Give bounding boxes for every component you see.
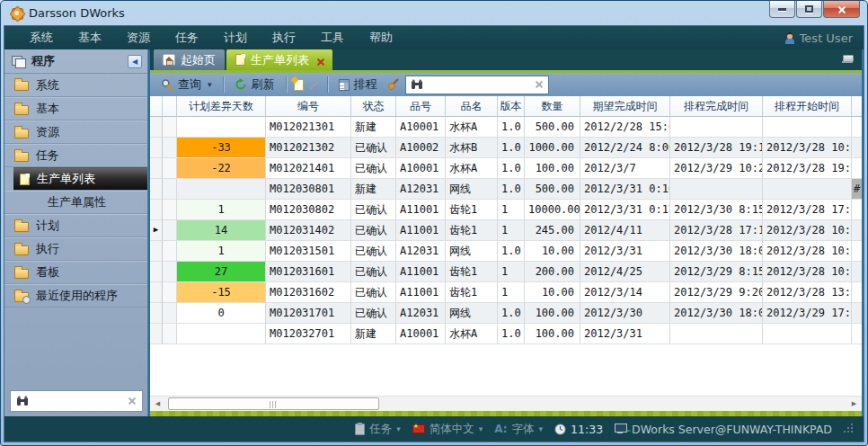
menu-item-2[interactable]: 资源 [114,30,163,46]
menu-item-4[interactable]: 计划 [211,30,260,46]
tab-close-button[interactable] [316,51,323,68]
column-header-4[interactable]: 品名 [446,96,498,117]
table-row[interactable]: -22M012021401已确认A10001水杯A1.0100.002012/3… [150,158,862,179]
sidebar-title: 程序 [31,53,55,69]
row-selector-cell[interactable] [150,158,163,179]
sidebar-search-clear-icon[interactable] [128,397,137,406]
sidebar-item-8[interactable]: 看板 [4,261,147,284]
cell-diff: 1 [177,200,266,220]
query-button[interactable]: 查询 ▾ [157,75,216,94]
row-selector-cell[interactable] [150,282,163,303]
pin-icon[interactable] [842,55,853,63]
row-selector-cell[interactable] [150,179,163,200]
user-indicator[interactable]: Test User [784,31,856,45]
cell-order-no: M012032701 [266,324,351,344]
sidebar-item-label: 基本 [36,101,59,117]
column-header-2[interactable]: 状态 [351,96,396,117]
sidebar-header: 程序 ◀ [4,49,147,74]
table-row[interactable]: ▶14M012031402已确认A11001齿轮11245.002012/4/1… [150,220,862,241]
status-language-dropdown[interactable]: 简体中文 ▾ [412,422,483,437]
sidebar-item-0[interactable]: 系统 [4,74,147,97]
maximize-icon [805,5,813,13]
cell-item-name: 水杯B [446,138,498,158]
table-row[interactable]: 27M012031601已确认A11001齿轮11200.002012/4/25… [150,262,862,282]
table-row[interactable]: 1M012030802已确认A11001齿轮1110000.002012/3/3… [150,200,862,220]
sidebar-item-2[interactable]: 资源 [4,120,147,144]
table-row[interactable]: M012030801新建A12031网线1.0500.002012/3/31 0… [150,179,862,200]
row-selector-cell[interactable] [150,262,163,282]
sidebar-search-input[interactable] [32,394,124,408]
menu-item-1[interactable]: 基本 [66,30,114,46]
toolbar-search-input[interactable] [427,77,531,92]
current-row-marker[interactable]: ▶ [150,220,163,241]
minimize-icon [778,8,786,11]
sidebar-item-9[interactable]: 最近使用的程序 [4,284,147,308]
tab-0[interactable]: 起始页 [154,49,225,70]
table-row[interactable]: 1M012031501已确认A12031网线1.010.002012/3/312… [150,241,862,262]
row-selector-cell[interactable] [150,241,163,262]
query-dropdown-caret-icon[interactable]: ▾ [208,80,212,89]
row-selector-cell[interactable] [150,200,163,220]
column-header-6[interactable]: 数量 [525,96,580,117]
scroll-right-arrow-icon[interactable]: ▶ [846,397,862,411]
sidebar-item-5[interactable]: 生产单属性 [4,191,147,214]
refresh-button[interactable]: 刷新 [231,75,279,94]
sidebar-collapse-button[interactable]: ◀ [128,55,142,68]
row-selector-cell[interactable] [150,303,163,324]
table-row[interactable]: M012032701新建A10001水杯A1.0100.002012/3/31 [150,324,862,344]
cell-extra [852,282,862,303]
schedule-button[interactable]: 排程 [335,75,381,94]
menu-bar: 系统基本资源任务计划执行工具帮助 Test User [4,26,864,49]
column-header-10[interactable]: 前 [852,96,862,117]
edit-pencil-button[interactable] [309,80,319,90]
new-document-button[interactable] [294,79,304,91]
row-selector-cell[interactable] [150,324,163,344]
menu-item-5[interactable]: 执行 [260,30,308,46]
menu-item-0[interactable]: 系统 [17,30,66,46]
row-selector-cell[interactable] [150,138,163,158]
cell-order-no: M012031602 [266,282,351,303]
cell-status: 已确认 [351,138,396,158]
column-header-5[interactable]: 版本 [498,96,525,117]
broom-button[interactable] [386,78,400,91]
column-header-7[interactable]: 期望完成时间 [580,96,670,117]
schedule-label: 排程 [354,76,377,93]
title-bar[interactable]: Darsson DWorks [4,1,864,25]
maximize-button[interactable] [796,1,822,18]
row-indicator-cell [163,158,177,179]
column-header-8[interactable]: 排程完成时间 [670,96,763,117]
scrollbar-thumb[interactable] [168,397,379,410]
scroll-left-arrow-icon[interactable]: ◀ [150,397,165,411]
column-header-9[interactable]: 排程开始时间 [763,96,852,117]
folder-icon [14,81,29,91]
minimize-button[interactable] [769,1,795,18]
cell-status: 已确认 [351,158,396,179]
sidebar-item-1[interactable]: 基本 [4,97,147,120]
toolbar-separator [327,76,328,93]
column-header-3[interactable]: 品号 [396,96,446,117]
sidebar-item-6[interactable]: 计划 [4,214,147,237]
sidebar-item-7[interactable]: 执行 [4,237,147,261]
row-selector-cell[interactable] [150,117,163,138]
horizontal-scrollbar[interactable]: ◀ ▶ [150,396,862,411]
menu-item-6[interactable]: 工具 [308,30,357,46]
cell-due: 2012/3/31 0:17 [580,200,670,220]
table-row[interactable]: -33M012021302已确认A10002水杯B1.01000.002012/… [150,138,862,158]
table-row[interactable]: 0M012031701已确认A12031网线1.0100.002012/3/30… [150,303,862,324]
menu-item-7[interactable]: 帮助 [357,30,405,46]
toolbar-search-clear-icon[interactable] [535,80,544,89]
table-row[interactable]: -15M012031602已确认A11001齿轮1110.002012/3/14… [150,282,862,303]
sidebar-search [4,387,147,416]
status-task-dropdown[interactable]: 任务 ▾ [355,422,401,437]
sidebar-item-3[interactable]: 任务 [4,144,147,167]
table-row[interactable]: M012021301新建A10001水杯A1.0500.002012/2/28 … [150,117,862,138]
status-font-dropdown[interactable]: A: 字体 ▾ [494,422,543,437]
close-button[interactable] [823,1,860,18]
tab-1[interactable]: 生产单列表 [226,49,332,70]
menu-item-3[interactable]: 任务 [163,30,211,46]
column-header-0[interactable]: 计划差异天数 [177,96,266,117]
sidebar-item-4[interactable]: 生产单列表 [13,167,147,191]
column-header-1[interactable]: 编号 [266,96,351,117]
resize-grip[interactable] [844,424,855,434]
orders-grid: 计划差异天数编号状态品号品名版本数量期望完成时间排程完成时间排程开始时间前 M0… [150,96,862,396]
